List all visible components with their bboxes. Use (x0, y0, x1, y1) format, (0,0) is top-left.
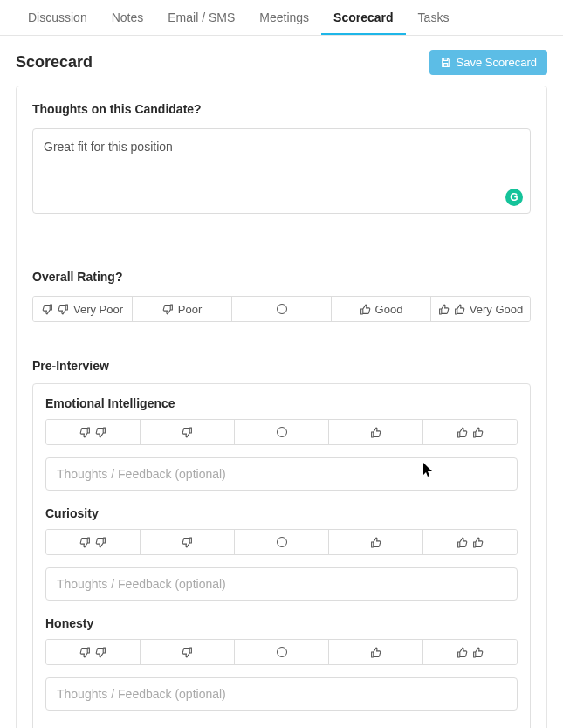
overall-rating-row: Very Poor Poor Good Very Good (32, 296, 531, 322)
rating-label: Very Poor (73, 303, 123, 316)
feedback-input[interactable] (45, 457, 518, 491)
rating-very-good[interactable]: Very Good (431, 297, 530, 321)
rating-good[interactable] (329, 640, 423, 664)
rating-very-poor[interactable] (46, 640, 141, 664)
thumb-down-icon (182, 537, 193, 548)
thumb-down-icon (162, 304, 174, 315)
thumb-up-icon (472, 647, 484, 658)
save-icon (440, 57, 451, 68)
tab-bar: Discussion Notes Email / SMS Meetings Sc… (0, 0, 563, 36)
tab-meetings[interactable]: Meetings (247, 0, 321, 35)
rating-very-poor[interactable]: Very Poor (33, 297, 133, 321)
rating-neutral[interactable] (235, 420, 329, 444)
page-header: Scorecard Save Scorecard (0, 36, 563, 86)
thumb-up-icon (457, 427, 468, 438)
thumb-up-icon (472, 537, 484, 548)
rating-row (45, 529, 518, 555)
overall-rating-label: Overall Rating? (32, 270, 531, 284)
feedback-input[interactable] (45, 567, 518, 601)
rating-very-poor[interactable] (46, 420, 141, 444)
thumb-up-icon (457, 537, 468, 548)
rating-label: Very Good (470, 303, 523, 316)
rating-poor[interactable] (141, 530, 235, 554)
page-title: Scorecard (16, 53, 93, 72)
circle-icon (277, 304, 287, 314)
thoughts-textarea[interactable]: Great fit for this position G (32, 128, 531, 214)
rating-poor[interactable] (141, 420, 235, 444)
rating-row (45, 419, 518, 445)
thumb-down-icon (182, 647, 193, 658)
item-label: Curiosity (45, 506, 518, 520)
rating-very-poor[interactable] (46, 530, 141, 554)
pre-interview-card: Emotional Intelligence (32, 383, 531, 728)
rating-good[interactable] (329, 530, 423, 554)
rating-very-good[interactable] (423, 530, 517, 554)
save-button-label: Save Scorecard (457, 56, 538, 69)
rating-poor[interactable]: Poor (133, 297, 232, 321)
thumb-up-icon (360, 304, 371, 315)
circle-icon (277, 647, 287, 657)
rating-good[interactable]: Good (332, 297, 431, 321)
item-emotional-intelligence: Emotional Intelligence (45, 396, 518, 506)
feedback-input[interactable] (45, 677, 518, 711)
thumb-up-icon (370, 647, 381, 658)
circle-icon (277, 427, 287, 437)
thumb-up-icon (438, 304, 450, 315)
scorecard-card: Thoughts on this Candidate? Great fit fo… (16, 86, 547, 728)
circle-icon (277, 537, 287, 547)
rating-row (45, 639, 518, 665)
thoughts-label: Thoughts on this Candidate? (32, 102, 531, 116)
thumb-up-icon (457, 647, 468, 658)
rating-label: Poor (178, 303, 202, 316)
thumb-up-icon (454, 304, 465, 315)
thumb-down-icon (182, 427, 193, 438)
rating-very-good[interactable] (423, 420, 517, 444)
thumb-down-icon (79, 427, 91, 438)
thumb-down-icon (42, 304, 53, 315)
thumb-up-icon (370, 537, 381, 548)
item-label: Honesty (45, 616, 518, 630)
save-scorecard-button[interactable]: Save Scorecard (429, 50, 548, 75)
item-label: Emotional Intelligence (45, 396, 518, 410)
thumb-down-icon (95, 427, 106, 438)
grammarly-icon[interactable]: G (505, 189, 523, 206)
rating-good[interactable] (329, 420, 423, 444)
tab-scorecard[interactable]: Scorecard (321, 0, 405, 35)
thumb-down-icon (95, 537, 106, 548)
rating-neutral[interactable] (232, 297, 332, 321)
rating-neutral[interactable] (235, 530, 329, 554)
tab-tasks[interactable]: Tasks (406, 0, 462, 35)
rating-poor[interactable] (141, 640, 235, 664)
tab-email-sms[interactable]: Email / SMS (155, 0, 247, 35)
thumb-down-icon (79, 647, 91, 658)
rating-neutral[interactable] (235, 640, 329, 664)
tab-notes[interactable]: Notes (100, 0, 156, 35)
rating-label: Good (375, 303, 403, 316)
rating-very-good[interactable] (423, 640, 517, 664)
thumb-down-icon (95, 647, 106, 658)
thumb-up-icon (472, 427, 484, 438)
thumb-down-icon (58, 304, 69, 315)
thumb-down-icon (79, 537, 91, 548)
item-honesty: Honesty (45, 616, 518, 726)
tab-discussion[interactable]: Discussion (16, 0, 100, 35)
thumb-up-icon (370, 427, 381, 438)
pre-interview-label: Pre-Interview (32, 359, 531, 373)
item-curiosity: Curiosity (45, 506, 518, 616)
thoughts-value: Great fit for this position (44, 140, 519, 154)
